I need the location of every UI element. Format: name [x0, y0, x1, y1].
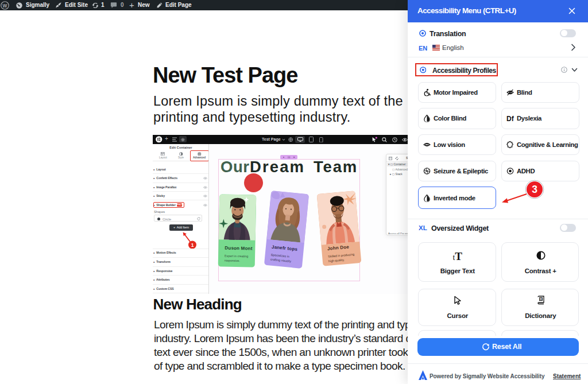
svg-text:1: 1 — [191, 242, 194, 248]
svg-text:3: 3 — [532, 184, 537, 195]
svg-text:A: A — [540, 298, 542, 301]
